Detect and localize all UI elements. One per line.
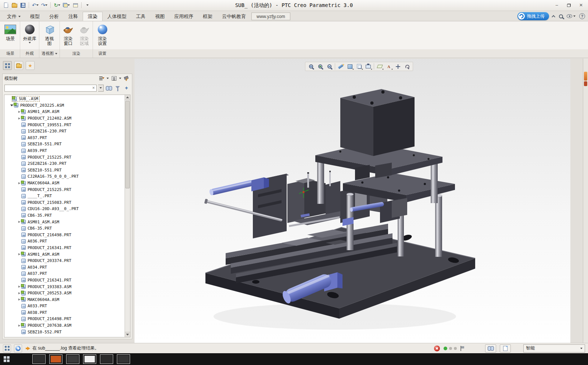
tree-item[interactable]: PRODUCT_203374.PRT [4, 258, 124, 264]
group-label-perspective[interactable]: 透视图 [39, 49, 60, 58]
tab-manikin[interactable]: 人体模型 [103, 12, 131, 21]
expand-arrow-icon[interactable] [17, 311, 21, 313]
expand-arrow-icon[interactable] [17, 214, 21, 216]
taskbar-app[interactable] [100, 354, 113, 364]
tree-item[interactable]: A037.PRT [4, 135, 124, 141]
customize-quick-access-button[interactable] [84, 1, 91, 9]
repaint-button[interactable] [336, 63, 345, 70]
expand-arrow-icon[interactable] [17, 143, 21, 145]
tree-item[interactable]: SEBZ10-551.PRT [4, 141, 124, 148]
filter-button[interactable] [114, 84, 121, 92]
scroll-up-icon[interactable] [125, 95, 130, 100]
restore-button[interactable] [563, 1, 574, 9]
tree-item[interactable]: MAKC0604A.ASM [4, 296, 124, 303]
tree-parent-item[interactable]: PRODUCT_203225.ASM [4, 102, 124, 109]
tab-applications[interactable]: 应用程序 [169, 12, 198, 21]
expand-arrow-icon[interactable] [17, 137, 21, 139]
render-region-button[interactable]: 渲染区域 [77, 23, 92, 46]
view-utilities-button[interactable] [403, 63, 412, 70]
tab-tools[interactable]: 工具 [131, 12, 150, 21]
expand-arrow-icon[interactable] [17, 163, 21, 165]
tree-scrollbar[interactable] [125, 95, 130, 337]
tree-item[interactable]: A039.PRT [4, 148, 124, 154]
render-setup-button[interactable]: 渲染设置 [93, 23, 112, 46]
close-window-button[interactable] [72, 1, 79, 9]
tree-item[interactable]: ____T_.PRT [4, 193, 124, 199]
tree-item[interactable]: PRODUCT_215225.PRT [4, 154, 124, 160]
tree-filters-button[interactable] [98, 75, 105, 82]
tab-framework[interactable]: 框架 [198, 12, 217, 21]
expand-arrow-icon[interactable] [17, 227, 21, 230]
tree-item[interactable]: PRODUCT_207638.ASM [4, 322, 124, 329]
motor-box[interactable] [340, 89, 415, 156]
redo-button[interactable]: ↷ [40, 1, 49, 9]
tree-item[interactable]: A037.PRT [4, 270, 124, 277]
expand-arrow-icon[interactable] [17, 201, 21, 203]
switch-windows-button[interactable] [62, 1, 71, 9]
folder-browser-button[interactable] [14, 61, 23, 70]
tree-item[interactable]: SEBZ10-552.PRT [4, 329, 124, 335]
model-tree-toggle-button[interactable] [3, 61, 12, 70]
zoom-in-button[interactable] [316, 63, 325, 70]
tab-model[interactable]: 模型 [25, 12, 44, 21]
tree-item[interactable]: CB6-35.PRT [4, 225, 124, 232]
expand-arrow-icon[interactable] [17, 208, 21, 210]
tree-item[interactable]: A036.PRT [4, 238, 124, 245]
tree-item[interactable]: CDU16-20D-A93__0_.PRT [4, 206, 124, 212]
expand-arrow-icon[interactable] [17, 188, 21, 191]
scene-button[interactable]: 场景 [1, 23, 19, 41]
close-button[interactable]: ✕ [576, 1, 587, 9]
tree-item[interactable]: ASM01_ASM.ASM [4, 109, 124, 115]
command-search-icon[interactable] [559, 14, 563, 18]
tree-root-item[interactable]: SUB_.ASM [4, 96, 124, 102]
tree-item[interactable]: PRODUCT_215083.PRT [4, 199, 124, 206]
save-button[interactable] [19, 1, 26, 9]
tree-item[interactable]: A034.PRT [4, 264, 124, 270]
zoom-out-button[interactable] [325, 63, 334, 70]
add-filter-button[interactable]: + [123, 84, 130, 92]
drag-upload-button[interactable]: 拖拽上传 [517, 12, 549, 20]
flag-icon[interactable] [460, 346, 465, 351]
tree-item[interactable]: 1SE2BZ16-230.PRT [4, 128, 124, 135]
tree-item[interactable]: PRODUCT_199551.PRT [4, 121, 124, 128]
expand-arrow-icon[interactable] [17, 260, 21, 262]
tree-item[interactable]: PRODUCT_215225.PRT [4, 186, 124, 193]
collapse-ribbon-icon[interactable] [552, 15, 555, 18]
cad-model-viewport[interactable] [135, 59, 570, 343]
minimize-button[interactable]: – [551, 1, 562, 9]
scroll-marker-red[interactable] [584, 81, 587, 86]
selection-filter-combo[interactable]: 智能 [523, 344, 585, 352]
expand-arrow-icon[interactable] [17, 195, 21, 197]
tab-annotate[interactable]: 注释 [64, 12, 83, 21]
find-button[interactable] [105, 84, 112, 92]
tree-item[interactable]: CB6-35.PRT [4, 212, 124, 219]
expand-arrow-icon[interactable] [17, 273, 21, 275]
status-tree-toggle-button[interactable] [3, 344, 11, 352]
tree-item[interactable]: SEBZ10-551.PRT [4, 167, 124, 174]
expand-arrow-icon[interactable] [17, 124, 21, 126]
tab-render[interactable]: 渲染 [83, 12, 103, 21]
status-browser-toggle-button[interactable] [14, 344, 22, 352]
render-window-button[interactable]: 渲染窗口 [61, 23, 76, 46]
help-icon[interactable]: ? [579, 13, 585, 19]
graphics-area[interactable]: A [135, 59, 570, 343]
clear-search-icon[interactable]: × [92, 85, 96, 91]
tree-columns-caret[interactable] [119, 78, 121, 79]
tree-item[interactable]: CJ2RA16-75_0_0_0_.PRT [4, 173, 124, 180]
tab-yunzhongfan-edu[interactable]: 云中帆教育 [217, 12, 251, 21]
tree-item[interactable]: 2SE2BZ16-230.PRT [4, 160, 124, 167]
tree-item[interactable]: PRODUCT_205253.ASM [4, 290, 124, 297]
tab-view[interactable]: 视图 [150, 12, 169, 21]
expand-arrow-icon[interactable] [17, 266, 21, 268]
taskbar-app[interactable] [66, 354, 79, 364]
expand-arrow-icon[interactable] [17, 240, 21, 242]
stop-icon[interactable] [434, 345, 440, 351]
tree-settings-button[interactable] [123, 75, 130, 82]
annotation-display-button[interactable]: A [384, 63, 393, 70]
perspective-view-button[interactable]: 透视图 [40, 23, 59, 46]
tree-item[interactable]: PRODUCT_216341.PRT [4, 277, 124, 284]
undo-button[interactable]: ↶ [31, 1, 39, 9]
show-style-button[interactable] [355, 63, 363, 70]
tree-item[interactable]: MAKC0604A.ASM [4, 180, 124, 187]
start-button[interactable] [3, 355, 10, 363]
